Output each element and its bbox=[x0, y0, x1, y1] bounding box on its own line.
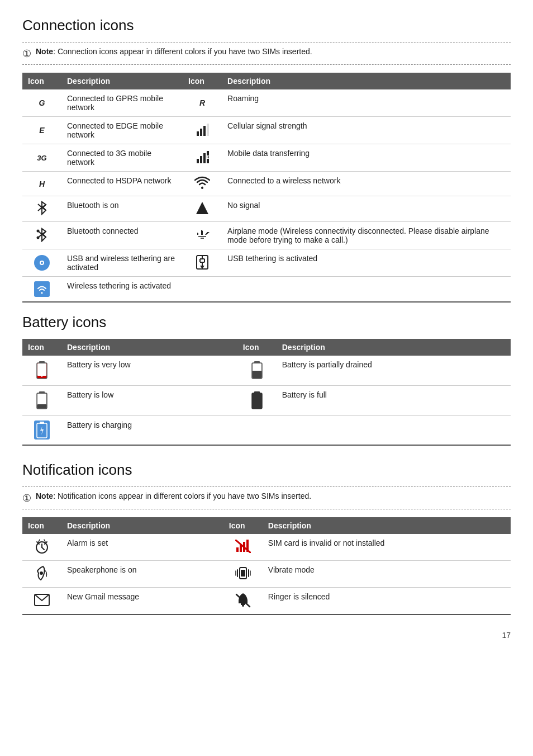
notif-col-icon1: Icon bbox=[22, 517, 61, 534]
conn-row-8: Wireless tethering is activated bbox=[22, 277, 511, 303]
svg-rect-2 bbox=[203, 126, 206, 136]
conn-icon-E: E bbox=[22, 117, 61, 144]
svg-rect-5 bbox=[200, 156, 202, 163]
notif-col-icon2: Icon bbox=[223, 517, 263, 534]
notif-row-3: New Gmail message Ringer is silenced bbox=[22, 588, 511, 615]
svg-rect-51 bbox=[37, 404, 46, 408]
svg-point-10 bbox=[201, 187, 203, 189]
batt-icon-empty2 bbox=[237, 416, 277, 446]
gmail-icon bbox=[34, 594, 50, 606]
page-number: 17 bbox=[22, 631, 511, 640]
usb-wireless-icon bbox=[37, 258, 47, 268]
notif-col-desc1: Description bbox=[61, 517, 223, 534]
conn-col-icon2: Icon bbox=[183, 73, 222, 89]
notif-col-desc2: Description bbox=[263, 517, 511, 534]
airplane-mode-icon bbox=[195, 229, 210, 241]
notif-desc-alarm: Alarm is set bbox=[61, 534, 223, 561]
notif-desc-ringer-silenced: Ringer is silenced bbox=[263, 588, 511, 615]
svg-line-13 bbox=[38, 204, 42, 207]
notif-icon-speakerphone bbox=[22, 561, 61, 588]
battery-icons-title: Battery icons bbox=[22, 314, 511, 331]
signal-data-icon bbox=[196, 151, 209, 163]
conn-desc-H: Connected to HSDPA network bbox=[61, 172, 183, 196]
batt-desc-full: Battery is full bbox=[277, 386, 511, 416]
conn-icon-R: R bbox=[183, 89, 222, 117]
svg-rect-4 bbox=[197, 159, 199, 163]
battery-verylow-icon: ! bbox=[36, 360, 47, 379]
speakerphone-icon bbox=[34, 565, 50, 581]
batt-desc-empty2 bbox=[277, 416, 511, 446]
conn-desc-signal-data: Mobile data transferring bbox=[222, 144, 511, 172]
svg-point-78 bbox=[242, 604, 244, 607]
svg-line-63 bbox=[44, 540, 45, 542]
svg-rect-40 bbox=[39, 361, 45, 363]
alarm-icon bbox=[34, 538, 50, 554]
battery-low-icon bbox=[36, 390, 47, 409]
batt-row-3: Battery is charging bbox=[22, 416, 511, 446]
conn-icon-airplane bbox=[183, 222, 222, 249]
svg-point-25 bbox=[37, 236, 40, 239]
conn-icon-bluetooth-on bbox=[22, 196, 61, 222]
signal-bars-icon bbox=[196, 124, 209, 136]
svg-line-62 bbox=[39, 540, 40, 542]
conn-desc-empty bbox=[222, 277, 511, 303]
conn-icon-signal-data bbox=[183, 144, 222, 172]
conn-row-2: E Connected to EDGE mobile network Cellu… bbox=[22, 117, 511, 144]
bluetooth-on-icon bbox=[36, 201, 48, 215]
conn-icon-wifi bbox=[183, 172, 222, 196]
batt-col-desc1: Description bbox=[61, 339, 237, 356]
batt-desc-low: Battery is low bbox=[61, 386, 237, 416]
conn-desc-R: Roaming bbox=[222, 89, 511, 117]
sim-invalid-icon bbox=[235, 540, 251, 553]
conn-desc-3G: Connected to 3G mobile network bbox=[61, 144, 183, 172]
bluetooth-connected-icon bbox=[36, 228, 48, 242]
conn-desc-usb-wireless: USB and wireless tethering are activated bbox=[61, 249, 183, 277]
conn-desc-bluetooth-on: Bluetooth is on bbox=[61, 196, 183, 222]
batt-desc-partial: Battery is partially drained bbox=[277, 356, 511, 386]
conn-desc-no-signal: No signal bbox=[222, 196, 511, 222]
notif-desc-speakerphone: Speakerphone is on bbox=[61, 561, 223, 588]
notif-desc-vibrate: Vibrate mode bbox=[263, 561, 511, 588]
batt-desc-verylow: Battery is very low bbox=[61, 356, 237, 386]
svg-rect-1 bbox=[200, 129, 202, 136]
conn-icon-bluetooth-conn bbox=[22, 222, 61, 249]
svg-rect-47 bbox=[253, 371, 261, 378]
conn-icon-usb-wireless bbox=[22, 249, 61, 277]
conn-col-desc1: Description bbox=[61, 73, 183, 89]
svg-rect-52 bbox=[252, 393, 262, 409]
conn-desc-wireless-tether: Wireless tethering is activated bbox=[61, 277, 183, 303]
conn-icon-usb-tether bbox=[183, 249, 222, 277]
connection-icons-title: Connection icons bbox=[22, 17, 511, 34]
notification-icons-table: Icon Description Icon Description bbox=[22, 517, 511, 615]
note-icon-connection: ① bbox=[22, 48, 31, 60]
conn-row-7: USB and wireless tethering are activated… bbox=[22, 249, 511, 277]
conn-icon-no-signal bbox=[183, 196, 222, 222]
notification-icons-title: Notification icons bbox=[22, 461, 511, 479]
svg-rect-55 bbox=[40, 422, 44, 424]
svg-rect-3 bbox=[207, 124, 209, 136]
notif-row-1: Alarm is set SIM card is invalid or not … bbox=[22, 534, 511, 561]
batt-row-2: Battery is low Battery is full bbox=[22, 386, 511, 416]
conn-col-icon1: Icon bbox=[22, 73, 61, 89]
note-icon-notification: ① bbox=[22, 492, 31, 504]
batt-row-1: ! Battery is very low Battery is partial… bbox=[22, 356, 511, 386]
svg-rect-0 bbox=[197, 131, 199, 136]
svg-rect-71 bbox=[241, 570, 245, 577]
svg-point-69 bbox=[40, 571, 43, 575]
batt-icon-partial bbox=[237, 356, 277, 386]
wireless-tether-icon bbox=[36, 284, 47, 295]
notif-desc-gmail: New Gmail message bbox=[61, 588, 223, 615]
no-signal-icon bbox=[196, 202, 208, 214]
conn-icon-wireless-tether bbox=[22, 277, 61, 303]
conn-icon-empty bbox=[183, 277, 222, 303]
batt-desc-charging: Battery is charging bbox=[61, 416, 237, 446]
conn-row-3: 3G Connected to 3G mobile network Mobile… bbox=[22, 144, 511, 172]
conn-desc-airplane: Airplane mode (Wireless connectivity dis… bbox=[222, 222, 511, 249]
battery-icons-table: Icon Description Icon Description ! bbox=[22, 339, 511, 446]
usb-tether-icon bbox=[194, 254, 210, 270]
svg-marker-17 bbox=[196, 202, 208, 214]
batt-col-icon1: Icon bbox=[22, 339, 61, 356]
batt-col-desc2: Description bbox=[277, 339, 511, 356]
batt-icon-charging bbox=[22, 416, 61, 446]
conn-desc-E: Connected to EDGE mobile network bbox=[61, 117, 183, 144]
